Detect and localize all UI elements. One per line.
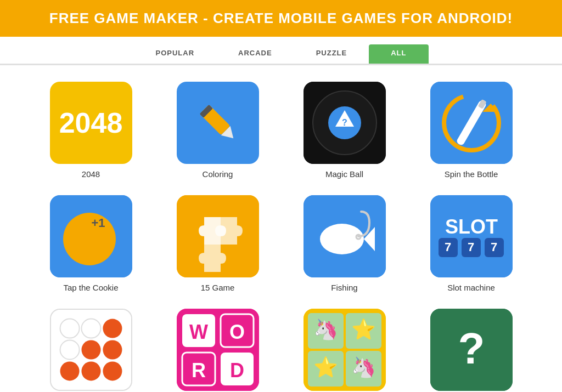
svg-point-35	[81, 340, 100, 359]
coloring-svg	[190, 95, 245, 150]
game-label-cookie: Tap the Cookie	[63, 283, 118, 292]
svg-point-32	[81, 319, 100, 338]
game-item-quiz[interactable]: ? Quiz	[413, 309, 529, 392]
quiz-svg: ?	[430, 309, 513, 391]
game-item-coloring[interactable]: Coloring	[160, 82, 276, 179]
svg-text:⭐: ⭐	[313, 355, 338, 379]
game-item-cookie[interactable]: +1 Tap the Cookie	[33, 195, 149, 292]
svg-text:🦄: 🦄	[313, 317, 338, 341]
spin-svg	[430, 82, 513, 164]
svg-text:O: O	[229, 321, 244, 343]
svg-text:SLOT: SLOT	[445, 215, 498, 238]
game-label-fishing: Fishing	[331, 283, 357, 292]
game-item-fishing[interactable]: Fishing	[286, 195, 402, 292]
svg-point-39	[103, 361, 122, 380]
svg-point-31	[60, 319, 79, 338]
svg-text:?: ?	[342, 118, 347, 127]
game-item-magic-ball[interactable]: ? Magic Ball	[286, 82, 402, 179]
game-item-matching[interactable]: Matching Puzzle	[33, 309, 149, 392]
game-icon-2048: 2048	[50, 82, 132, 164]
game-item-word[interactable]: W O R D Word Search	[160, 309, 276, 392]
svg-text:⭐: ⭐	[351, 317, 375, 341]
game-label-spin: Spin the Bottle	[445, 169, 498, 179]
game-item-slot[interactable]: SLOT 7 7 7 Slot machine	[413, 195, 529, 292]
game-item-spin[interactable]: Spin the Bottle	[413, 82, 529, 179]
svg-point-34	[60, 340, 79, 359]
svg-point-15	[63, 213, 116, 265]
game-item-2048[interactable]: 2048 2048	[33, 82, 149, 179]
game-icon-coloring	[177, 82, 259, 164]
game-label-coloring: Coloring	[203, 169, 233, 179]
games-grid: 2048 2048 Coloring	[0, 65, 562, 392]
game-item-15game[interactable]: 15 Game	[160, 195, 276, 292]
svg-text:D: D	[230, 359, 244, 382]
game-label-slot: Slot machine	[447, 283, 495, 292]
nav-arcade[interactable]: ARCADE	[216, 44, 294, 64]
game-label-2048: 2048	[82, 169, 100, 179]
game-item-find[interactable]: 🦄 ⭐ ⭐ 🦄 Find The Pair	[286, 309, 402, 392]
svg-text:R: R	[192, 359, 206, 382]
fishing-svg	[304, 195, 386, 277]
game-icon-fishing	[304, 195, 386, 277]
svg-text:🦄: 🦄	[351, 355, 375, 379]
nav-puzzle[interactable]: PUZZLE	[294, 44, 369, 64]
magic-ball-svg: ?	[304, 82, 386, 164]
cookie-svg: +1	[50, 195, 132, 277]
svg-text:?: ?	[458, 324, 485, 373]
game-icon-quiz: ?	[430, 309, 513, 391]
svg-text:W: W	[189, 321, 208, 343]
game-icon-cookie: +1	[50, 195, 132, 277]
banner-title: FREE GAME MAKER - CREATE MOBILE GAMES FO…	[0, 10, 562, 27]
matching-svg	[51, 309, 131, 391]
svg-text:7: 7	[490, 240, 497, 254]
word-svg: W O R D	[177, 309, 259, 391]
banner: FREE GAME MAKER - CREATE MOBILE GAMES FO…	[0, 0, 562, 37]
svg-point-38	[81, 361, 100, 380]
15game-svg	[177, 195, 259, 277]
navigation: POPULAR ARCADE PUZZLE ALL	[0, 37, 562, 65]
svg-text:7: 7	[444, 240, 451, 254]
game-icon-word: W O R D	[177, 309, 259, 391]
game-label-magic-ball: Magic Ball	[325, 169, 363, 179]
svg-text:7: 7	[467, 240, 474, 254]
nav-popular[interactable]: POPULAR	[133, 44, 216, 64]
game-icon-spin	[430, 82, 513, 164]
svg-text:+1: +1	[91, 216, 105, 230]
game-icon-matching	[50, 309, 132, 391]
svg-point-33	[103, 319, 122, 338]
slot-svg: SLOT 7 7 7	[430, 195, 513, 277]
game-icon-magic-ball: ?	[304, 82, 386, 164]
nav-all[interactable]: ALL	[369, 44, 428, 64]
svg-point-36	[103, 340, 122, 359]
game-icon-find: 🦄 ⭐ ⭐ 🦄	[304, 309, 386, 391]
svg-point-37	[60, 361, 79, 380]
find-svg: 🦄 ⭐ ⭐ 🦄	[304, 309, 386, 391]
game-label-15game: 15 Game	[201, 283, 235, 292]
game-icon-15game	[177, 195, 259, 277]
game-icon-slot: SLOT 7 7 7	[430, 195, 513, 277]
